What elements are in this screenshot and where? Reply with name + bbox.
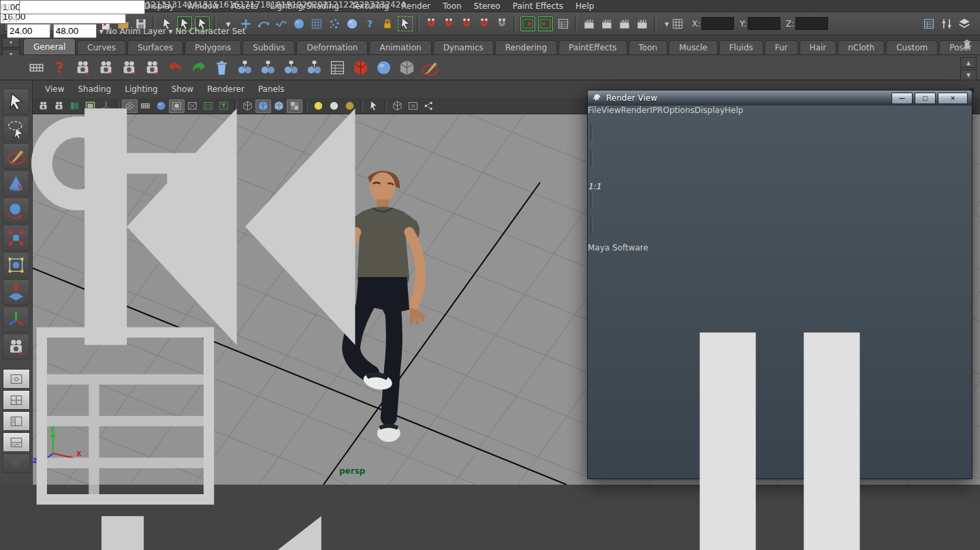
command-line-row: MEL	[0, 0, 145, 14]
playback-end-field[interactable]	[7, 24, 50, 38]
animation-end-field[interactable]	[53, 24, 97, 38]
shelf-trash-icon[interactable]	[961, 38, 975, 52]
maximize-button[interactable]: □	[915, 93, 936, 104]
render-view-titlebar[interactable]: Render View —□×	[588, 91, 972, 106]
timeline-frame-cell[interactable]: 2121	[323, 0, 344, 10]
render-view-body: FileViewRenderIPROptionsDisplayHelp 1:1 …	[588, 106, 972, 550]
shelf-tab-rendering[interactable]: Rendering	[495, 40, 557, 54]
ipr-render-icon[interactable]	[616, 16, 633, 32]
auto-keyframe-icon[interactable]	[0, 534, 251, 543]
pivot-icon[interactable]	[669, 16, 686, 32]
toolbar-separator	[513, 16, 516, 32]
snap-to-grids-icon[interactable]	[423, 16, 439, 32]
range-start-label: 1	[0, 14, 5, 24]
x-input[interactable]	[701, 17, 734, 30]
timeline-frame-cell[interactable]: 1919	[281, 0, 302, 10]
render-view-menubar: FileViewRenderIPROptionsDisplayHelp	[588, 106, 972, 115]
render-view-window[interactable]: Render View —□× FileViewRenderIPROptions…	[587, 90, 973, 479]
history-group	[519, 16, 572, 32]
playback-range-bar[interactable]: 1 24	[0, 14, 251, 24]
paint-brush-icon[interactable]	[418, 56, 441, 78]
maya-icon	[592, 93, 602, 103]
sidebar-toggles	[920, 16, 973, 32]
shelf-tab-custom[interactable]: Custom	[886, 40, 938, 54]
rv-menu-display[interactable]: Display	[695, 106, 725, 115]
rv-menu-file[interactable]: File	[588, 106, 601, 115]
shelf-scroll-buttons: ▲ ▼	[960, 57, 977, 80]
playback-options-menu-icon[interactable]: ▾	[99, 27, 104, 36]
shelf-tab-hair[interactable]: Hair	[800, 40, 837, 54]
anim-layer-menu-icon[interactable]: ▾	[169, 27, 173, 36]
y-input[interactable]	[748, 17, 780, 30]
field-mode-menu-icon[interactable]: ▾	[665, 19, 669, 29]
range-slider-track[interactable]: 1 24	[0, 14, 251, 24]
shelf-tab-toon[interactable]: Toon	[629, 40, 668, 54]
maya-application-window: FileEditModifyCreateDisplayWindowAssetsL…	[0, 0, 980, 550]
toolbar-separator	[575, 16, 578, 32]
shelf-scroll-down-icon[interactable]: ▼	[960, 69, 977, 80]
menu-paint-effects[interactable]: Paint Effects	[507, 1, 569, 12]
z-input[interactable]	[795, 17, 828, 30]
rv-menu-ipr[interactable]: IPR	[650, 106, 663, 115]
set-key-icon[interactable]	[0, 281, 251, 291]
output-connections-icon[interactable]	[537, 16, 554, 32]
rv-menu-render[interactable]: Render	[621, 106, 650, 115]
construction-history-icon[interactable]	[555, 16, 571, 32]
window-title: Render View	[606, 93, 889, 103]
shelf-tab-muscle[interactable]: Muscle	[669, 40, 718, 54]
make-live-icon[interactable]	[494, 16, 510, 32]
snap-to-view-planes-icon[interactable]	[476, 16, 492, 32]
tool-settings-icon[interactable]	[938, 16, 955, 32]
open-render-view-icon[interactable]	[581, 16, 597, 32]
timeline-frame-cell[interactable]: 2424	[385, 0, 406, 10]
menu-toon[interactable]: Toon	[437, 1, 468, 12]
y-field-label: Y:	[740, 19, 746, 29]
connections-icon[interactable]	[421, 99, 437, 113]
timeline-frame-cell[interactable]: 2222	[343, 0, 364, 10]
command-line-label[interactable]: MEL	[0, 3, 17, 12]
menu-help[interactable]: Help	[569, 1, 600, 12]
shelf-tab-painteffects[interactable]: PaintEffects	[558, 40, 627, 54]
render-settings-icon[interactable]	[634, 16, 650, 32]
render-view-toolbar: 1:1 Maya Software IPR: 0MB	[588, 115, 972, 550]
timeline-frame-cell[interactable]: 2323	[364, 0, 385, 10]
renderer-selector[interactable]: Maya Software	[588, 243, 648, 253]
menu-stereo[interactable]: Stereo	[468, 1, 507, 12]
shelf-tab-fur[interactable]: Fur	[765, 40, 798, 54]
range-slider-row: 1 24 ▾ No Anim Layer ▾ No Character Set	[0, 0, 251, 543]
input-connections-icon[interactable]	[520, 16, 536, 32]
toolbar-separator	[417, 16, 420, 32]
rv-menu-help[interactable]: Help	[725, 106, 743, 115]
toolbar-separator	[654, 16, 657, 32]
render-current-frame-icon[interactable]	[599, 16, 615, 32]
render-group	[580, 16, 651, 32]
close-button[interactable]: ×	[938, 93, 968, 104]
x-field-label: X:	[692, 19, 700, 29]
window-buttons: —□×	[889, 93, 968, 104]
mel-command-input[interactable]	[19, 0, 145, 14]
snap-to-points-icon[interactable]	[458, 16, 475, 32]
shelf-tab-fluids[interactable]: Fluids	[719, 40, 763, 54]
range-end-label: 24	[7, 14, 18, 24]
shelf-tab-dynamics[interactable]: Dynamics	[433, 40, 494, 54]
zoom-one-to-one-icon[interactable]: 1:1	[588, 167, 601, 191]
snap-to-curves-icon[interactable]	[441, 16, 457, 32]
timeline-frame-cell[interactable]: 2020	[302, 0, 323, 10]
z-field-label: Z:	[786, 19, 794, 29]
frame-view-icon[interactable]	[405, 99, 421, 113]
attribute-editor-icon[interactable]	[956, 16, 973, 32]
rv-menu-view[interactable]: View	[601, 106, 620, 115]
shelf-tab-ncloth[interactable]: nCloth	[838, 40, 885, 54]
rv-menu-options[interactable]: Options	[663, 106, 694, 115]
character-set-selector[interactable]: No Character Set	[175, 27, 245, 36]
anim-layer-selector[interactable]: No Anim Layer	[106, 27, 166, 36]
channel-box-icon[interactable]	[921, 16, 937, 32]
shelf-scroll-up-icon[interactable]: ▲	[960, 57, 977, 68]
minimize-button[interactable]: —	[891, 93, 913, 104]
timeline-frame-cell[interactable]: 1818	[260, 0, 281, 10]
snap-group	[422, 16, 511, 32]
transform-entry: ▾ X: Y: Z:	[665, 16, 828, 32]
